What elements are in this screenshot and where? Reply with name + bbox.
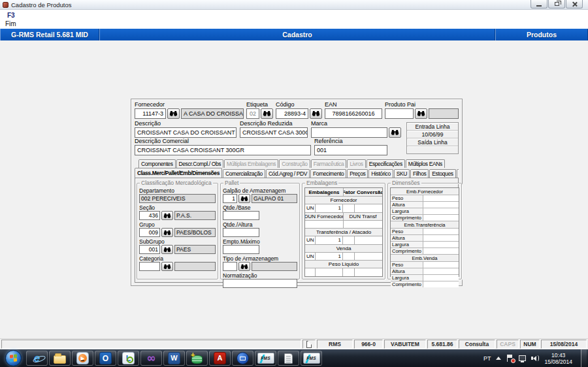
tab-sku[interactable]: SKU [394,169,410,178]
referencia-input[interactable]: 001 [314,145,387,155]
tab-forn-alternativos[interactable]: Forn.Alternativos [457,169,459,178]
fornecedor-code-input[interactable]: 11147-3 [135,108,166,119]
transferencia-un-cell[interactable]: UN [305,236,316,244]
codigo-search-button[interactable] [310,108,322,119]
speaker-icon[interactable] [531,355,539,361]
dim-fornecedor-peso-input[interactable] [423,195,459,201]
dim-fornecedor-largura-input[interactable] [423,208,459,214]
dim-venda-largura-input[interactable] [423,275,459,281]
taskbar-outlook[interactable]: O [95,351,116,366]
fornecedor-fator-cell-1[interactable] [343,204,355,212]
show-desktop-button[interactable] [581,349,587,367]
tab-precos[interactable]: Preços [347,169,368,178]
descricao-comercial-input[interactable]: CROISSNAT CASA CROISSANT 300GR [135,145,311,155]
taskbar-lync[interactable]: L [118,351,139,366]
dun-fornecedor-input[interactable] [305,221,344,229]
taskbar-media-player[interactable]: ▶ [72,351,93,366]
dim-venda-peso-input[interactable] [423,262,459,268]
dun-transf-input[interactable] [344,221,382,229]
tab-historico[interactable]: Histórico [368,169,393,178]
tab-cod-agreg-pdv[interactable]: Cód.Agreg / PDV [266,169,310,178]
menu-item-fim[interactable]: Fim [5,20,16,27]
menu-f3[interactable]: F3 [7,12,15,19]
subgrupo-search-button[interactable] [161,245,173,254]
transferencia-fator-cell-1[interactable] [343,236,355,244]
qtde-altura-input[interactable] [223,228,259,237]
taskbar-clock[interactable]: 10:43 15/08/2014 [544,352,572,365]
venda-fator-cell-2[interactable] [355,253,382,261]
qtde-base-input[interactable] [223,211,259,220]
grupo-code-input[interactable]: 009 [139,228,160,237]
etiqueta-search-button[interactable] [261,108,273,119]
produto-pai-input[interactable] [385,108,414,119]
tab-componentes[interactable]: Componentes [139,159,176,168]
transferencia-qty-cell[interactable]: 1 [316,236,343,244]
descricao-reduzida-input[interactable]: CROISSANT CASA 300GR [240,127,308,138]
fornecedor-un-cell[interactable]: UN [305,204,316,212]
peso-liquido-cell-3[interactable] [343,268,355,276]
taskbar-fms-2[interactable]: FMS [301,351,322,366]
taskbar-database-app[interactable]: + [186,351,208,366]
galpao-code-input[interactable]: 1 [223,194,237,203]
restore-button[interactable] [548,0,565,8]
action-center-flag-icon[interactable] [506,355,514,362]
fornecedor-qty-cell[interactable]: 1 [316,204,343,212]
categoria-search-button[interactable] [161,262,173,271]
dim-fornecedor-altura-input[interactable] [423,202,459,208]
tipo-armazenagem-code-input[interactable] [223,262,237,271]
start-button[interactable] [5,350,22,366]
fornecedor-fator-cell-2[interactable] [355,204,382,212]
taskbar-adobe-reader[interactable]: A [209,351,231,366]
hidden-icons-button[interactable] [496,357,501,360]
dim-venda-altura-input[interactable] [423,268,459,274]
empto-maximo-input[interactable] [223,245,259,254]
grupo-search-button[interactable] [161,228,173,237]
secao-search-button[interactable] [161,211,173,220]
taskbar-fms-1[interactable]: FMS [255,351,276,366]
produto-pai-search-button[interactable] [415,108,427,119]
dim-transferencia-comprimento-input[interactable] [423,248,459,254]
descricao-input[interactable]: CROISSANT CASA DO CROISSANT 300GR [135,127,237,138]
subgrupo-code-input[interactable]: 001 [139,245,160,254]
tab-class-merc-pallet-emb-dimensoes[interactable]: Class.Merc/Pallet/Emb/Dimensões [135,168,222,178]
codigo-input[interactable]: 28893-4 [276,108,308,119]
network-icon[interactable] [519,355,526,361]
transferencia-fator-cell-2[interactable] [355,236,382,244]
categoria-code-input[interactable] [139,262,160,271]
secao-code-input[interactable]: 436 [139,211,160,220]
tab-multiplos-eans[interactable]: Múltiplos EANs [406,159,445,168]
venda-un-cell[interactable]: UN [305,253,316,261]
normatizacao-input[interactable] [223,279,297,288]
fornecedor-search-button[interactable] [167,108,180,119]
peso-liquido-cell-2[interactable] [316,268,343,276]
tab-estoques[interactable]: Estoques [429,169,455,178]
dim-transferencia-largura-input[interactable] [423,242,459,247]
peso-liquido-cell-4[interactable] [355,268,382,276]
dim-transferencia-altura-input[interactable] [423,235,459,241]
marca-input[interactable] [311,127,387,138]
venda-fator-cell-1[interactable] [343,253,355,261]
dim-transferencia-peso-input[interactable] [423,229,459,234]
peso-liquido-cell-1[interactable] [305,268,316,276]
tab-especificacoes[interactable]: Especificações [367,159,405,168]
venda-qty-cell[interactable]: 1 [316,253,343,261]
etiqueta-input[interactable]: 02 [246,108,259,119]
close-button[interactable] [566,0,583,8]
marca-search-button[interactable] [389,127,401,138]
tab-comercializacao[interactable]: Comercialização [223,169,265,178]
ean-input[interactable]: 7898166260016 [325,108,382,119]
taskbar-remote-desktop[interactable] [232,351,253,366]
taskbar-notepad[interactable] [278,351,299,366]
taskbar-internet-explorer[interactable]: e [26,351,48,366]
dim-venda-comprimento-input[interactable] [423,281,459,287]
dim-fornecedor-comprimento-input[interactable] [423,215,459,221]
tab-descr-compl-obs[interactable]: Descr.Compl./ Obs [176,159,224,168]
minimize-button[interactable] [531,0,547,8]
taskbar-visual-studio[interactable]: ∞ [140,351,162,366]
taskbar-word[interactable]: W [163,351,185,366]
tab-fornecimento[interactable]: Fornecimento [310,169,346,178]
language-indicator[interactable]: PT [483,355,491,362]
taskbar-file-explorer[interactable] [49,351,71,366]
tab-filhos[interactable]: Filhos [410,169,429,178]
tipo-armazenagem-search-button[interactable] [238,262,250,271]
